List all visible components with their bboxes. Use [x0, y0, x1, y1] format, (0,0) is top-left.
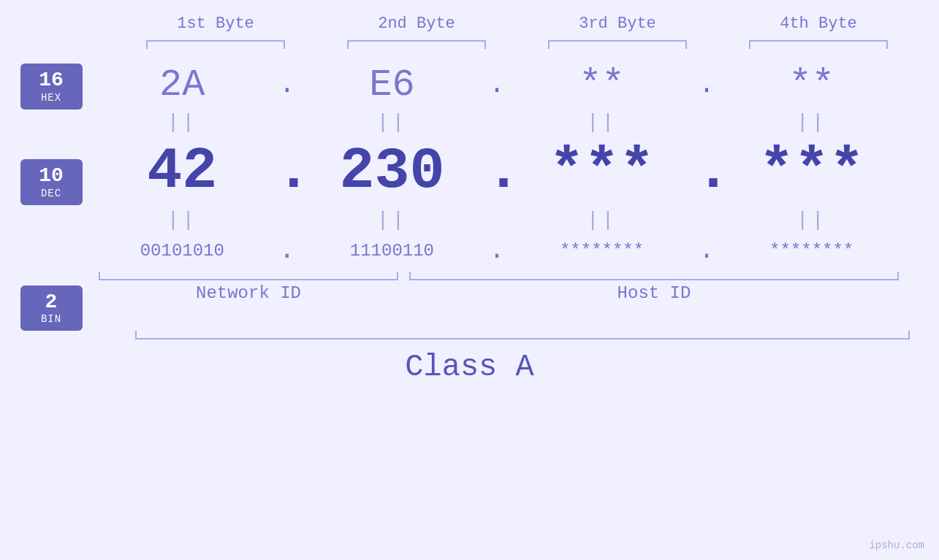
bottom-brackets [95, 272, 899, 280]
eq2-2: || [311, 209, 472, 231]
bin-dot-1: . [276, 236, 298, 266]
dec-val-4: *** [731, 138, 892, 204]
byte-header-2: 2nd Byte [336, 15, 497, 33]
eq2-4: || [731, 209, 892, 231]
top-brackets [115, 40, 919, 49]
top-bracket-1 [146, 40, 285, 49]
top-bracket-4 [749, 40, 888, 49]
equals-row-2: || || || || [95, 204, 899, 236]
dec-badge: 10 DEC [20, 159, 83, 205]
main-container: 1st Byte 2nd Byte 3rd Byte 4th Byte 16 H… [0, 0, 939, 560]
eq-3: || [522, 111, 683, 134]
dec-base-num: 10 [20, 165, 83, 188]
hex-row: 2A . E6 . ** . ** [95, 64, 899, 107]
dec-val-3: *** [522, 138, 683, 204]
hex-base-num: 16 [20, 69, 83, 92]
hex-val-2: E6 [311, 64, 472, 107]
class-label: Class A [405, 350, 533, 385]
bin-dot-2: . [486, 236, 508, 266]
bin-val-3: ******** [522, 241, 683, 261]
labels-column: 16 HEX 10 DEC 2 BIN [0, 64, 95, 331]
eq-2: || [311, 111, 472, 134]
eq2-3: || [522, 209, 683, 231]
dec-val-1: 42 [102, 138, 262, 204]
dec-dot-2: . [486, 138, 508, 204]
hex-val-1: 2A [102, 64, 262, 107]
byte-header-1: 1st Byte [135, 15, 296, 33]
hex-val-3: ** [522, 64, 683, 107]
hex-val-4: ** [731, 64, 892, 107]
equals-row-1: || || || || [95, 107, 899, 138]
watermark: ipshu.com [869, 540, 924, 551]
hex-dot-3: . [696, 70, 718, 100]
outer-bracket [135, 331, 910, 340]
bin-badge: 2 BIN [20, 285, 83, 331]
bin-dot-3: . [696, 236, 718, 266]
host-bracket [409, 272, 899, 280]
dec-dot-3: . [696, 138, 718, 204]
bin-base-num: 2 [20, 291, 83, 314]
byte-headers: 1st Byte 2nd Byte 3rd Byte 4th Byte [115, 15, 919, 33]
bin-row: 00101010 . 11100110 . ******** . *******… [95, 236, 899, 266]
dec-dot-1: . [276, 138, 298, 204]
network-id-label: Network ID [95, 283, 402, 303]
top-bracket-3 [548, 40, 687, 49]
dec-base-name: DEC [20, 188, 83, 199]
bin-val-4: ******** [731, 241, 892, 261]
bin-base-name: BIN [20, 313, 83, 325]
eq-1: || [102, 111, 262, 134]
dec-val-2: 230 [311, 138, 472, 204]
host-id-label: Host ID [409, 283, 899, 303]
bin-val-1: 00101010 [102, 241, 262, 261]
eq2-1: || [102, 209, 262, 231]
main-area: 16 HEX 10 DEC 2 BIN 2A . [0, 64, 939, 331]
hex-badge: 16 HEX [20, 64, 83, 110]
byte-header-3: 3rd Byte [537, 15, 698, 33]
id-labels: Network ID Host ID [95, 283, 899, 303]
top-bracket-2 [347, 40, 486, 49]
bin-val-2: 11100110 [311, 241, 472, 261]
dec-row: 42 . 230 . *** . *** [95, 138, 899, 204]
byte-header-4: 4th Byte [738, 15, 899, 33]
hex-dot-1: . [276, 70, 298, 100]
hex-base-name: HEX [20, 92, 83, 104]
values-grid: 2A . E6 . ** . ** || || [95, 64, 939, 303]
hex-dot-2: . [486, 70, 508, 100]
eq-4: || [731, 111, 892, 134]
network-bracket [99, 272, 398, 280]
